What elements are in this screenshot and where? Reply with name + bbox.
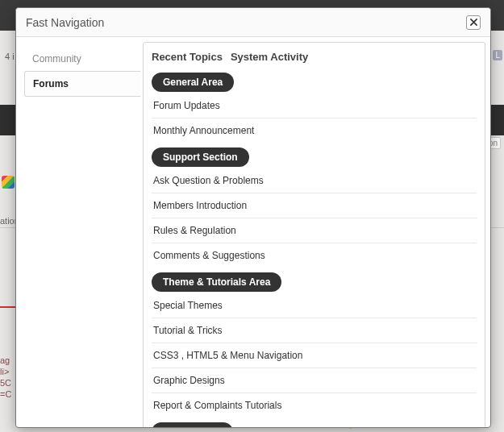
nav-item[interactable]: Ask Question & Problems bbox=[152, 168, 477, 193]
bg-red-line bbox=[0, 306, 16, 308]
dialog-header: Fast Navigation bbox=[16, 8, 490, 37]
sections-container: General AreaForum UpdatesMonthly Announc… bbox=[152, 69, 477, 427]
fast-navigation-dialog: Fast Navigation CommunityForums Recent T… bbox=[15, 7, 491, 428]
close-button[interactable] bbox=[466, 15, 481, 30]
nav-item[interactable]: Comments & Suggestions bbox=[152, 243, 477, 268]
bg-tag-1: L bbox=[493, 50, 502, 60]
section-header[interactable]: Support Section bbox=[152, 147, 249, 167]
nav-item[interactable]: CSS3 , HTML5 & Menu Navigation bbox=[152, 343, 477, 368]
dialog-scroll[interactable]: CommunityForums Recent TopicsSystem Acti… bbox=[16, 37, 490, 427]
top-links-row: Recent TopicsSystem Activity bbox=[152, 49, 477, 69]
section-block: General AreaForum UpdatesMonthly Announc… bbox=[152, 69, 477, 143]
nav-item[interactable]: Rules & Regulation bbox=[152, 218, 477, 243]
nav-item[interactable]: Tutorial & Tricks bbox=[152, 318, 477, 343]
section-block: Theme & Tutorials AreaSpecial ThemesTuto… bbox=[152, 269, 477, 417]
dialog-title: Fast Navigation bbox=[26, 16, 466, 29]
section-block: Staff SectionStaff's RoomComplaints & Co… bbox=[152, 419, 477, 427]
forums-panel: Recent TopicsSystem Activity General Are… bbox=[143, 42, 485, 427]
sidebar-tab-forums[interactable]: Forums bbox=[24, 71, 140, 97]
bg-color-swatch bbox=[2, 176, 15, 189]
top-link[interactable]: System Activity bbox=[231, 51, 308, 63]
section-header[interactable]: Staff Section bbox=[152, 422, 233, 427]
bg-text-1: 4 i bbox=[5, 52, 15, 61]
section-header[interactable]: Theme & Tutorials Area bbox=[152, 272, 281, 292]
nav-item[interactable]: Forum Updates bbox=[152, 93, 477, 118]
sidebar-tabs: CommunityForums bbox=[21, 42, 144, 427]
nav-item[interactable]: Monthly Announcement bbox=[152, 118, 477, 143]
dialog-body: CommunityForums Recent TopicsSystem Acti… bbox=[16, 37, 490, 427]
nav-item[interactable]: Graphic Designs bbox=[152, 368, 477, 393]
nav-item[interactable]: Special Themes bbox=[152, 293, 477, 318]
section-header[interactable]: General Area bbox=[152, 73, 234, 92]
nav-item[interactable]: Members Introduction bbox=[152, 193, 477, 218]
top-link[interactable]: Recent Topics bbox=[152, 51, 223, 63]
sidebar-tab-community[interactable]: Community bbox=[24, 47, 140, 71]
nav-item[interactable]: Report & Complaints Tutorials bbox=[152, 393, 477, 417]
modal-overlay: Fast Navigation CommunityForums Recent T… bbox=[0, 2, 504, 432]
section-block: Support SectionAsk Question & ProblemsMe… bbox=[152, 144, 477, 268]
close-icon bbox=[470, 19, 477, 26]
bg-code-snippet: ag li> 5C =C bbox=[0, 355, 11, 400]
